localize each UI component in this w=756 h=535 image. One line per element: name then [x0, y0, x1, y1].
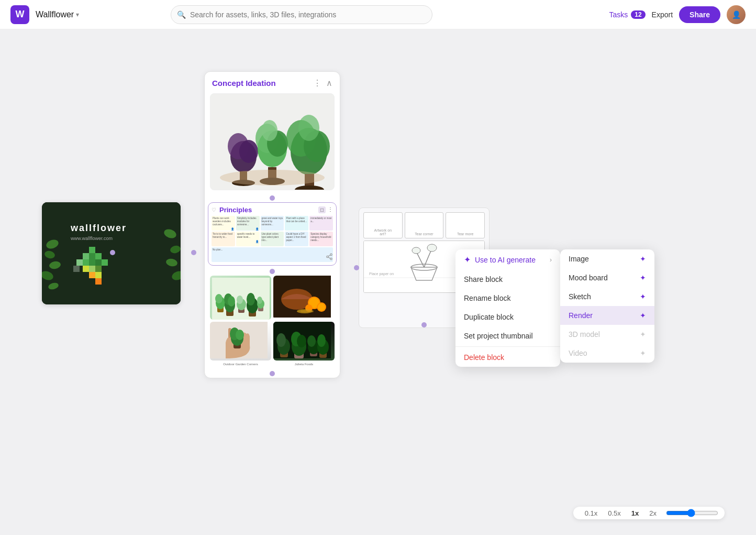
zoom-01x[interactable]: 0.1x	[580, 509, 603, 517]
share-button[interactable]: Share	[679, 6, 720, 23]
search-bar-container: 🔍	[171, 5, 432, 24]
submenu-sketch[interactable]: Sketch ✦	[560, 287, 654, 306]
svg-point-93	[307, 335, 316, 347]
plant-image-svg	[210, 94, 334, 190]
svg-point-62	[237, 296, 243, 304]
svg-point-86	[276, 333, 286, 347]
svg-point-68	[257, 297, 262, 304]
svg-point-48	[327, 256, 329, 258]
zoom-slider[interactable]	[666, 509, 718, 517]
search-icon: 🔍	[177, 10, 186, 19]
wireframe-cell-3: Tear more	[446, 212, 485, 238]
plant-pots-image[interactable]	[210, 276, 271, 320]
svg-point-96	[317, 334, 326, 347]
ai-sparkle-image-icon: ✦	[640, 255, 646, 263]
context-menu-share-block[interactable]: Share block	[455, 270, 560, 289]
submenu-video[interactable]: Video ✦	[560, 344, 654, 363]
svg-rect-23	[73, 266, 80, 272]
svg-point-82	[236, 330, 244, 340]
connector-dot-inner	[270, 195, 275, 201]
svg-rect-13	[83, 259, 89, 266]
submenu-image[interactable]: Image ✦	[560, 249, 654, 268]
context-menu-delete-block[interactable]: Delete block	[455, 348, 560, 367]
svg-rect-18	[89, 266, 95, 272]
submenu-render[interactable]: Render ✦	[560, 306, 654, 325]
svg-rect-77	[301, 310, 314, 312]
sticky-note: Species display category household needs…	[309, 232, 333, 246]
sticky-note: Plant with a place that can be united...	[285, 216, 308, 231]
svg-point-101	[427, 244, 437, 252]
svg-rect-10	[89, 253, 95, 259]
context-menu-thumbnail[interactable]: Set project thumbnail	[455, 326, 560, 345]
svg-rect-14	[89, 259, 95, 266]
ai-sparkle-video-icon: ✦	[640, 349, 646, 357]
sticky-note: great and water toys beyond by someone..…	[261, 216, 284, 231]
avatar[interactable]: 👤	[727, 5, 746, 24]
svg-rect-12	[76, 259, 83, 266]
block-collapse-button[interactable]: ∧	[326, 78, 332, 88]
sticky-note: Could have a DIY aspect 1 from fixed pap…	[285, 232, 308, 246]
app-logo[interactable]: W	[10, 5, 29, 24]
submenu-3d-model[interactable]: 3D model ✦	[560, 325, 654, 344]
canvas-area[interactable]: wallflower www.wallflower.com	[0, 29, 756, 535]
sticky-note-wide: No plan...	[212, 247, 333, 262]
sticky-note: Use plant colors type select plant into.…	[261, 232, 284, 246]
svg-point-90	[297, 335, 306, 347]
connector-dot-center-left	[191, 250, 196, 255]
svg-point-55	[215, 294, 223, 303]
svg-rect-16	[102, 259, 108, 266]
ai-sparkle-render-icon: ✦	[640, 311, 646, 320]
zoom-1x[interactable]: 1x	[626, 509, 644, 517]
plant-image-card[interactable]	[210, 93, 335, 190]
svg-point-43	[298, 115, 319, 141]
connector-dot-wire-bottom	[421, 322, 427, 327]
svg-point-74	[318, 303, 325, 311]
svg-rect-17	[83, 266, 89, 272]
svg-rect-8	[89, 247, 95, 253]
wireframe-cell-2: Tear corner	[405, 212, 444, 238]
dark-plants-image[interactable]	[273, 322, 335, 361]
bowl-food-image[interactable]	[273, 276, 335, 320]
sticky-note: immediately or most a...	[309, 216, 333, 231]
tasks-button[interactable]: Tasks 12	[609, 10, 645, 19]
svg-point-46	[220, 170, 325, 185]
hand-plant-image[interactable]	[210, 322, 271, 361]
context-menu-rename-block[interactable]: Rename block	[455, 289, 560, 308]
export-button[interactable]: Export	[652, 10, 673, 19]
svg-text:wallflower: wallflower	[70, 223, 127, 233]
nav-actions: Tasks 12 Export Share 👤	[609, 5, 746, 24]
block-actions: ⋮ ∧	[313, 78, 332, 88]
context-menu-duplicate-block[interactable]: Duplicate block	[455, 308, 560, 326]
block-menu-button[interactable]: ⋮	[313, 78, 322, 88]
svg-rect-15	[95, 259, 102, 266]
sticky-note: Tie to to wider food hierarchy to...	[212, 232, 235, 246]
context-menu-ai-generate[interactable]: ✦ Use to AI generate ›	[455, 249, 560, 270]
zoom-2x[interactable]: 2x	[644, 509, 662, 517]
svg-point-100	[412, 247, 420, 254]
app-title-button[interactable]: Wallflower ▾	[36, 10, 79, 19]
ai-star-icon: ✦	[464, 255, 471, 265]
svg-line-51	[328, 255, 330, 256]
search-input[interactable]	[171, 5, 432, 24]
svg-rect-20	[89, 272, 95, 278]
zoom-05x[interactable]: 0.5x	[603, 509, 626, 517]
svg-point-47	[330, 254, 332, 256]
concept-ideation-block: Concept Ideation ⋮ ∧	[204, 71, 340, 378]
top-navigation: W Wallflower ▾ 🔍 Tasks 12 Export Share 👤	[0, 0, 756, 29]
share-icon[interactable]	[326, 253, 333, 262]
svg-rect-19	[95, 266, 102, 272]
tasks-badge: 12	[631, 10, 645, 19]
svg-point-37	[262, 120, 277, 141]
images-block: Outdoor Garden Corners Julieta Foods	[210, 276, 335, 366]
image-label-left: Outdoor Garden Corners	[210, 363, 271, 366]
principles-block[interactable]: ♡ Principles □ ⋮ Plants can work wanders…	[208, 202, 337, 266]
svg-line-50	[328, 257, 330, 258]
connector-dot-bottom	[270, 371, 275, 376]
avatar-image: 👤	[727, 5, 746, 24]
submenu-mood-board[interactable]: Mood board ✦	[560, 268, 654, 287]
sticky-note: specific needs to water level...👤	[236, 232, 260, 246]
svg-point-59	[228, 296, 235, 307]
principles-header: ♡ Principles □ ⋮	[212, 206, 333, 214]
submenu: Image ✦ Mood board ✦ Sketch ✦ Render ✦ 3…	[560, 249, 654, 363]
connector-dot-wire-left	[354, 265, 359, 270]
